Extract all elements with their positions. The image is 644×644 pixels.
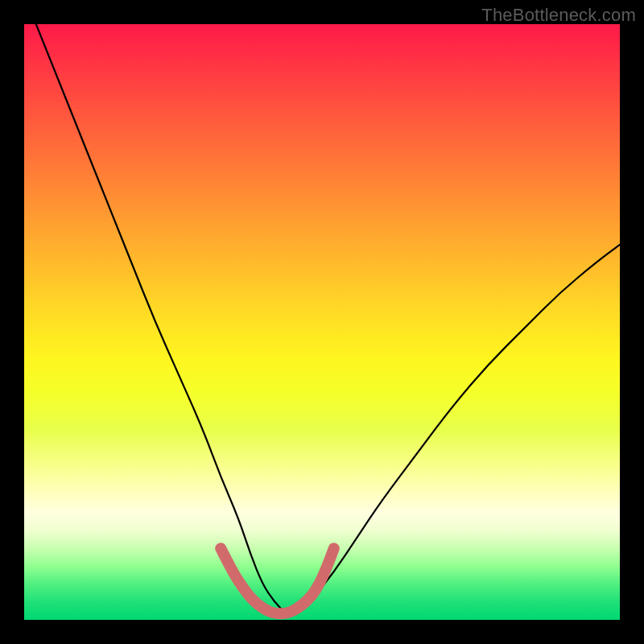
plot-area — [24, 24, 620, 620]
chart-frame: TheBottleneck.com — [0, 0, 644, 644]
bottleneck-curve-path — [36, 24, 620, 614]
watermark-text: TheBottleneck.com — [481, 5, 636, 26]
chart-svg — [24, 24, 620, 620]
